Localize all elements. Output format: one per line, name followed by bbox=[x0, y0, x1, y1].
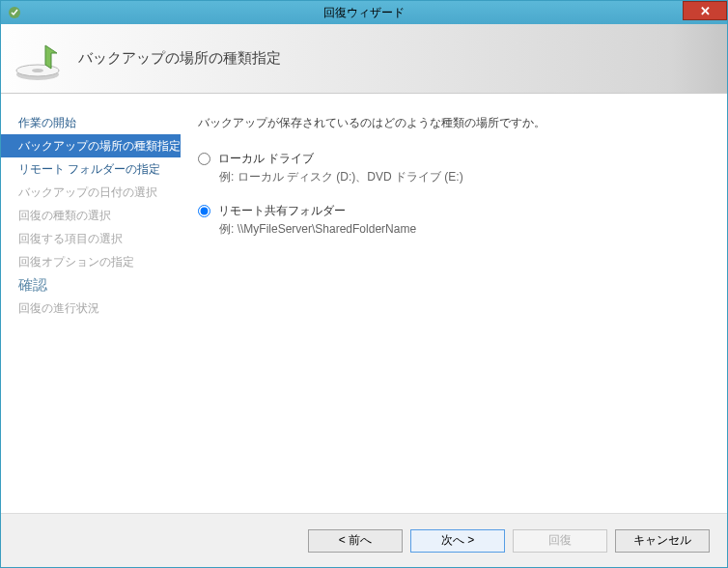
radio-local-drive[interactable]: ローカル ドライブ bbox=[198, 151, 710, 167]
cancel-button[interactable]: キャンセル bbox=[615, 529, 710, 553]
page-title: バックアップの場所の種類指定 bbox=[78, 49, 281, 68]
sidebar-item-remote-folder[interactable]: リモート フォルダーの指定 bbox=[1, 157, 181, 181]
radio-local-drive-label: ローカル ドライブ bbox=[218, 151, 314, 167]
sidebar-item-recovery-items: 回復する項目の選択 bbox=[1, 227, 181, 250]
radio-remote-share-input[interactable] bbox=[198, 205, 210, 217]
sidebar-item-start[interactable]: 作業の開始 bbox=[1, 111, 181, 134]
header: バックアップの場所の種類指定 bbox=[1, 24, 727, 94]
sidebar-item-confirm: 確認 bbox=[1, 273, 181, 297]
titlebar: 回復ウィザード ✕ bbox=[1, 1, 727, 24]
recovery-icon bbox=[14, 36, 67, 82]
radio-local-drive-input[interactable] bbox=[198, 153, 210, 165]
close-icon: ✕ bbox=[700, 4, 711, 18]
back-button[interactable]: < 前へ bbox=[308, 529, 403, 553]
window-title: 回復ウィザード bbox=[323, 5, 405, 21]
main-content: バックアップが保存されているのはどのような種類の場所ですか。 ローカル ドライブ… bbox=[181, 94, 727, 513]
recover-button: 回復 bbox=[513, 529, 607, 553]
close-button[interactable]: ✕ bbox=[683, 1, 727, 20]
sidebar-item-backup-date: バックアップの日付の選択 bbox=[1, 181, 181, 204]
sidebar-item-location-type[interactable]: バックアップの場所の種類指定 bbox=[1, 134, 181, 157]
example-remote-share: 例: \\MyFileServer\SharedFolderName bbox=[219, 221, 710, 238]
next-button[interactable]: 次へ > bbox=[410, 529, 505, 553]
radio-remote-share[interactable]: リモート共有フォルダー bbox=[198, 203, 710, 219]
svg-point-3 bbox=[32, 69, 43, 72]
wizard-window: 回復ウィザード ✕ バックアップの場所の種類指定 作業の開始 バックアップの場所… bbox=[0, 0, 728, 568]
radio-remote-share-label: リモート共有フォルダー bbox=[218, 203, 346, 219]
sidebar: 作業の開始 バックアップの場所の種類指定 リモート フォルダーの指定 バックアッ… bbox=[1, 94, 181, 513]
footer: < 前へ 次へ > 回復 キャンセル bbox=[1, 513, 727, 567]
sidebar-item-progress: 回復の進行状況 bbox=[1, 297, 181, 320]
sidebar-item-recovery-options: 回復オプションの指定 bbox=[1, 250, 181, 273]
prompt-text: バックアップが保存されているのはどのような種類の場所ですか。 bbox=[198, 115, 710, 131]
example-local-drive: 例: ローカル ディスク (D:)、DVD ドライブ (E:) bbox=[219, 169, 710, 185]
body: 作業の開始 バックアップの場所の種類指定 リモート フォルダーの指定 バックアッ… bbox=[1, 94, 727, 513]
app-icon bbox=[7, 5, 22, 20]
sidebar-item-recovery-type: 回復の種類の選択 bbox=[1, 204, 181, 227]
